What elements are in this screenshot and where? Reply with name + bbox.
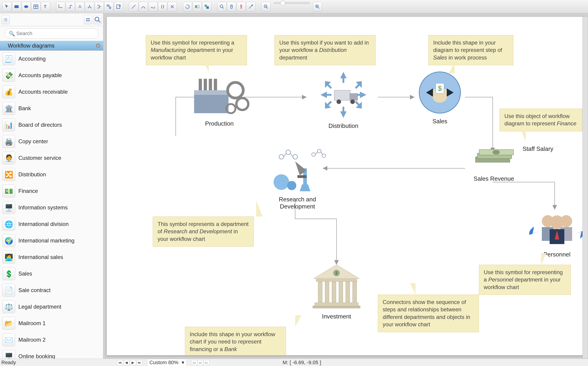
group-tool[interactable]	[202, 2, 211, 11]
zoom-in-button[interactable]	[313, 2, 322, 11]
svg-rect-39	[204, 79, 207, 90]
connector-branch-tool[interactable]	[75, 2, 84, 11]
sidebar-item-online-booking[interactable]: 🖥️Online booking	[0, 348, 103, 359]
svg-rect-8	[117, 5, 120, 8]
sidebar-item-distribution[interactable]: 🔀Distribution	[0, 166, 103, 183]
sidebar-item-copy-center[interactable]: 🖨️Copy center	[0, 133, 103, 150]
svg-line-23	[267, 7, 268, 8]
sidebar-item-label: Sales	[18, 270, 32, 277]
top-toolbar: T	[0, 0, 588, 13]
eyedropper-tool[interactable]	[246, 2, 255, 11]
svg-rect-86	[314, 302, 359, 306]
page-prev[interactable]: ◀	[123, 360, 130, 365]
sidebar-item-international-sales[interactable]: 🧑‍💻International sales	[0, 249, 103, 266]
export-tool[interactable]	[114, 2, 123, 11]
line-diag-tool[interactable]	[129, 2, 138, 11]
svg-line-65	[290, 153, 293, 157]
zoom-slider[interactable]	[273, 2, 310, 4]
svg-point-42	[228, 83, 243, 98]
diagram-canvas[interactable]: Production Distribution $ Sales	[107, 16, 585, 355]
node-sales[interactable]: $ Sales	[415, 69, 465, 125]
callout-personnel: Use this symbol for representing a Perso…	[479, 265, 571, 295]
shape-icon: 📊	[2, 118, 15, 131]
connector-elbow-tool[interactable]	[66, 2, 75, 11]
sidebar-item-finance[interactable]: 💵Finance	[0, 183, 103, 199]
sidebar-item-mailroom-2[interactable]: ✉️Mailroom 2	[0, 332, 103, 348]
sidebar-item-board-of-directors[interactable]: 📊Board of directors	[0, 117, 103, 133]
sidebar-item-international-division[interactable]: 🌐International division	[0, 216, 103, 232]
page-last[interactable]: ⏭	[137, 360, 142, 365]
flip-tool[interactable]	[192, 2, 202, 11]
sidebar-item-customer-service[interactable]: 🧑‍💼Customer service	[0, 150, 103, 166]
line-curve-tool[interactable]	[139, 2, 148, 11]
shape-icon: 🖨️	[2, 135, 15, 148]
view-mode-tabs[interactable]: ▭▭▭	[191, 360, 209, 365]
shape-icon: 💸	[2, 69, 15, 82]
svg-rect-37	[194, 90, 229, 95]
zoom-out-button[interactable]	[261, 2, 271, 11]
sidebar-section-title[interactable]: Workflow diagrams ×	[0, 41, 103, 51]
connector-l-tool[interactable]	[56, 2, 65, 11]
status-bar: Ready ⏮ ◀ ▶ ⏭ Custom 80%▾ ▭▭▭ M: [ -6.69…	[0, 359, 588, 366]
zoom-in-tool[interactable]	[217, 2, 227, 11]
close-icon[interactable]: ×	[96, 43, 100, 48]
line-free-tool[interactable]	[148, 2, 158, 11]
line-snap-tool[interactable]	[168, 2, 177, 11]
svg-text:$: $	[438, 84, 442, 92]
node-label: Staff Salary	[523, 145, 568, 152]
callout-investment: Include this shape in your workflow char…	[185, 327, 286, 355]
sidebar-search-toggle[interactable]	[93, 15, 102, 24]
sidebar-item-information-systems[interactable]: 🖥️Information systems	[0, 199, 103, 216]
node-rnd[interactable]: Research and Development	[263, 148, 332, 210]
svg-line-9	[132, 5, 136, 8]
node-label: Sales	[415, 118, 465, 125]
sidebar-item-accounting[interactable]: 🧾Accounting	[0, 51, 103, 67]
ellipse-tool[interactable]	[22, 2, 31, 11]
pointer-tool[interactable]	[2, 2, 11, 11]
shape-icon: 🏛️	[2, 102, 15, 115]
page-first[interactable]: ⏮	[117, 360, 123, 365]
node-distribution[interactable]: Distribution	[309, 69, 378, 130]
svg-point-43	[236, 98, 248, 110]
svg-rect-38	[199, 79, 202, 90]
line-vert-tool[interactable]	[158, 2, 167, 11]
sidebar-item-legal-department[interactable]: ⚖️Legal department	[0, 298, 103, 315]
shape-icon: ⚖️	[2, 300, 15, 313]
text-tool[interactable]: T	[41, 2, 50, 11]
mouse-coords: M: [ -6.69, -9.05 ]	[283, 359, 321, 366]
svg-text:$: $	[335, 271, 338, 275]
sidebar-item-sale-contract[interactable]: 📄Sale contract	[0, 282, 103, 298]
callout-tail	[541, 253, 546, 265]
sidebar-view-tree[interactable]	[1, 15, 10, 24]
sidebar-item-bank[interactable]: 🏛️Bank	[0, 100, 103, 117]
rotate-tool[interactable]	[183, 2, 192, 11]
sidebar-item-sales[interactable]: 💲Sales	[0, 266, 103, 282]
zoom-selector[interactable]: Custom 80%▾	[147, 359, 187, 366]
sidebar-item-label: Online booking	[18, 353, 55, 359]
rect-tool[interactable]	[12, 2, 21, 11]
node-sales-revenue[interactable]: Staff Salary Sales Revenue	[465, 141, 523, 182]
callout-tail	[410, 283, 415, 295]
sidebar-item-international-marketing[interactable]: 🌍International marketing	[0, 232, 103, 249]
svg-rect-31	[88, 20, 90, 21]
shape-icon: 🔀	[2, 168, 15, 181]
node-production[interactable]: Production	[183, 72, 256, 127]
scrollbar-vertical[interactable]	[582, 16, 588, 359]
format-brush-tool[interactable]	[237, 2, 246, 11]
sidebar-item-accounts-payable[interactable]: 💸Accounts payable	[0, 67, 103, 84]
connector-tree-tool[interactable]	[85, 2, 94, 11]
pan-tool[interactable]	[227, 2, 236, 11]
callout-connectors: Connectors show the sequence of steps an…	[378, 295, 479, 332]
sidebar-view-grid[interactable]	[84, 15, 92, 24]
sidebar-item-accounts-receivable[interactable]: 💰Accounts receivable	[0, 84, 103, 100]
connector-multi-tool[interactable]	[104, 2, 114, 11]
page-next[interactable]: ▶	[130, 360, 136, 365]
search-input[interactable]	[5, 29, 99, 38]
node-investment[interactable]: $ Investment	[307, 260, 366, 320]
connector-side-tool[interactable]	[95, 2, 104, 11]
sidebar-item-mailroom-1[interactable]: 📂Mailroom 1	[0, 315, 103, 332]
shape-icon: 🧾	[2, 52, 15, 65]
node-personnel[interactable]: Personnel	[527, 210, 585, 258]
table-tool[interactable]	[31, 2, 40, 11]
svg-point-68	[322, 154, 326, 158]
